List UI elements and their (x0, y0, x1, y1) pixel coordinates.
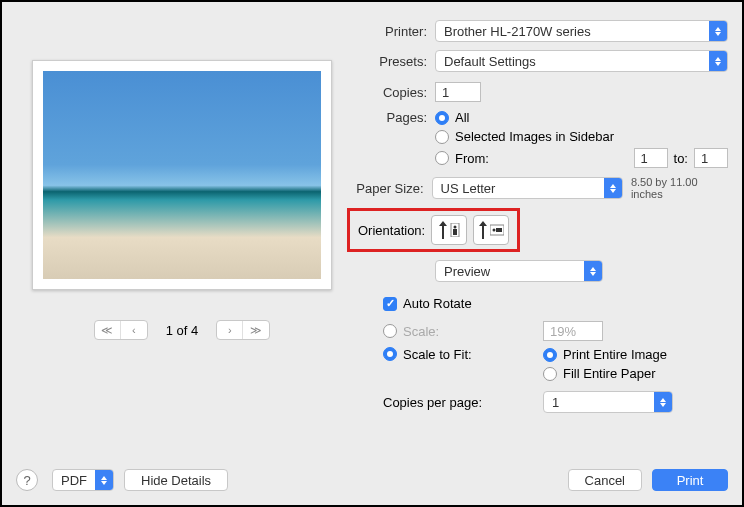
papersize-select[interactable]: US Letter (432, 177, 623, 199)
cancel-button[interactable]: Cancel (568, 469, 642, 491)
copies-per-page-select[interactable]: 1 (543, 391, 673, 413)
auto-rotate-checkbox[interactable] (383, 297, 397, 311)
fill-entire-radio[interactable] (543, 367, 557, 381)
print-entire-label: Print Entire Image (563, 347, 667, 362)
svg-point-1 (454, 226, 457, 229)
printer-label: Printer: (347, 24, 427, 39)
section-select[interactable]: Preview (435, 260, 603, 282)
copies-per-page-label: Copies per page: (383, 395, 543, 410)
chevron-updown-icon (709, 51, 727, 71)
arrow-up-icon (478, 221, 488, 239)
nav-fwd-group[interactable]: › ≫ (216, 320, 270, 340)
scale-label: Scale: (403, 324, 543, 339)
first-page-icon: ≪ (95, 321, 121, 339)
svg-point-4 (493, 229, 496, 232)
orientation-landscape-button[interactable] (473, 215, 509, 245)
copies-label: Copies: (347, 85, 427, 100)
pages-from-label: From: (455, 151, 634, 166)
paper-dimensions: 8.50 by 11.00 inches (631, 176, 728, 200)
scale-radio[interactable] (383, 324, 397, 338)
presets-label: Presets: (347, 54, 427, 69)
print-entire-radio[interactable] (543, 348, 557, 362)
scale-fit-radio[interactable] (383, 347, 397, 361)
print-preview-frame (32, 60, 332, 290)
to-page-input[interactable] (694, 148, 728, 168)
chevron-updown-icon (584, 261, 602, 281)
person-landscape-icon (490, 224, 504, 236)
svg-rect-5 (496, 228, 502, 232)
chevron-updown-icon (654, 392, 672, 412)
copies-input[interactable] (435, 82, 481, 102)
to-label: to: (674, 151, 688, 166)
chevron-updown-icon (604, 178, 622, 198)
pdf-menu-button[interactable]: PDF (52, 469, 114, 491)
pages-all-radio[interactable] (435, 111, 449, 125)
chevron-down-icon (95, 470, 113, 490)
chevron-updown-icon (709, 21, 727, 41)
orientation-label: Orientation: (358, 223, 425, 238)
pages-all-label: All (455, 110, 469, 125)
svg-rect-2 (453, 229, 457, 235)
arrow-up-icon (438, 221, 448, 239)
printer-select[interactable]: Brother HL-2170W series (435, 20, 728, 42)
pages-from-radio[interactable] (435, 151, 449, 165)
person-portrait-icon (450, 223, 460, 237)
next-page-icon: › (217, 321, 243, 339)
prev-page-icon: ‹ (121, 321, 147, 339)
pages-selected-label: Selected Images in Sidebar (455, 129, 614, 144)
auto-rotate-label: Auto Rotate (403, 296, 472, 311)
presets-select[interactable]: Default Settings (435, 50, 728, 72)
pages-label: Pages: (347, 110, 427, 125)
last-page-icon: ≫ (243, 321, 269, 339)
fill-entire-label: Fill Entire Paper (563, 366, 655, 381)
page-indicator: 1 of 4 (166, 323, 199, 338)
help-button[interactable]: ? (16, 469, 38, 491)
print-button[interactable]: Print (652, 469, 728, 491)
nav-back-group[interactable]: ≪ ‹ (94, 320, 148, 340)
from-page-input[interactable] (634, 148, 668, 168)
papersize-label: Paper Size: (347, 181, 424, 196)
orientation-portrait-button[interactable] (431, 215, 467, 245)
pages-selected-radio[interactable] (435, 130, 449, 144)
preview-image (43, 71, 321, 279)
hide-details-button[interactable]: Hide Details (124, 469, 228, 491)
orientation-highlight: Orientation: (347, 208, 520, 252)
scale-fit-label: Scale to Fit: (403, 347, 543, 362)
scale-input[interactable] (543, 321, 603, 341)
